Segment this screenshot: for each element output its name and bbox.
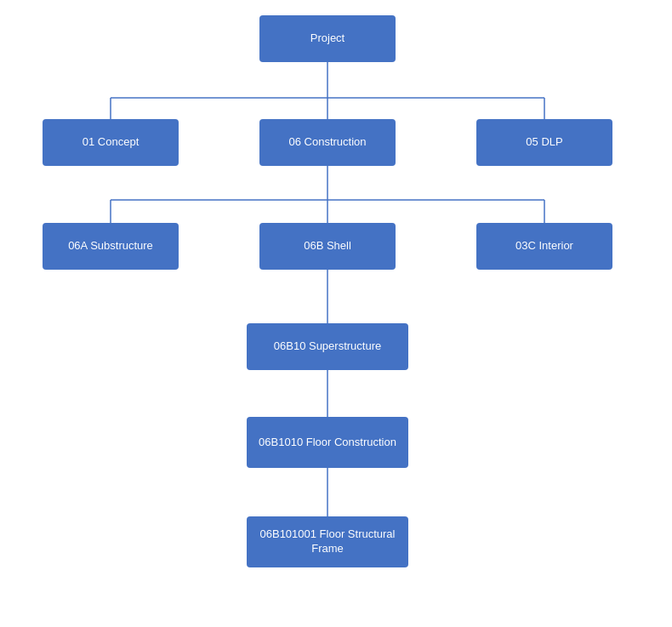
node-substructure: 06A Substructure: [43, 223, 179, 270]
node-shell: 06B Shell: [259, 223, 396, 270]
node-floor-construction: 06B1010 Floor Construction: [247, 417, 408, 468]
node-concept: 01 Concept: [43, 119, 179, 166]
node-superstructure: 06B10 Superstructure: [247, 323, 408, 370]
org-chart: Project 01 Concept 06 Construction 05 DL…: [0, 0, 672, 627]
node-dlp: 05 DLP: [476, 119, 612, 166]
node-construction: 06 Construction: [259, 119, 396, 166]
node-project: Project: [259, 15, 396, 62]
node-interior: 03C Interior: [476, 223, 612, 270]
node-floor-frame: 06B101001 Floor Structural Frame: [247, 516, 408, 567]
